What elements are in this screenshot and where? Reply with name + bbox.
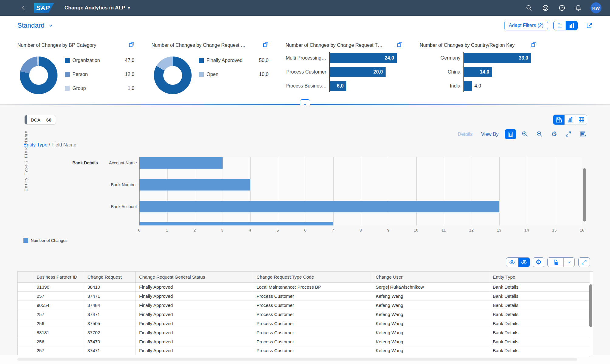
table-cell: Finally Approved — [135, 346, 253, 355]
chevron-down-icon — [567, 260, 572, 265]
column-header[interactable]: Change Request General Status — [135, 272, 253, 282]
open-in-new-icon[interactable] — [129, 42, 134, 49]
avatar[interactable]: KW — [591, 2, 601, 13]
donut-chart[interactable] — [20, 57, 57, 94]
screen: SAP Change Analytics in ALP ▾ ? KW St — [0, 0, 610, 364]
open-in-new-icon[interactable] — [397, 42, 403, 49]
column-header[interactable] — [18, 272, 33, 282]
adapt-filters-button[interactable]: Adapt Filters (2) — [504, 21, 548, 30]
row-selector-cell — [18, 346, 33, 355]
gridline — [333, 157, 334, 225]
zoom-in-icon[interactable] — [521, 130, 529, 138]
table-cell: Bank Details — [489, 282, 590, 291]
zoom-out-icon[interactable] — [536, 130, 543, 138]
chart-vertical-scrollbar[interactable] — [583, 168, 586, 221]
bar[interactable]: 20,0 — [329, 67, 386, 77]
column-chart-icon — [567, 116, 574, 123]
chart-view-button[interactable] — [566, 21, 577, 30]
chart-bar[interactable] — [140, 222, 333, 225]
bar-chart-sort-icon[interactable] — [579, 130, 587, 138]
open-in-new-icon[interactable] — [531, 42, 537, 49]
table-row[interactable]: 25637505Finally ApprovedProcess Customer… — [18, 319, 590, 328]
row-selector-cell — [18, 337, 33, 346]
table-horizontal-scrollbar[interactable] — [17, 358, 577, 361]
table-cell: Finally Approved — [135, 310, 253, 319]
search-icon[interactable] — [523, 2, 535, 14]
kpi-card-change-request-type: Number of Changes by Change Request T… M… — [286, 35, 403, 104]
bar[interactable]: 14,0 — [463, 67, 492, 77]
column-header[interactable]: Entity Type — [489, 272, 590, 282]
table-cell: Process Customer — [253, 337, 372, 346]
bar[interactable]: 6,0 — [329, 81, 346, 91]
variant-selector[interactable]: Standard — [17, 22, 54, 29]
copilot-icon[interactable] — [539, 2, 552, 14]
view-by-button[interactable]: View By — [481, 129, 499, 139]
column-header[interactable]: Change Request — [84, 272, 135, 282]
chart-only-view-button[interactable] — [564, 115, 576, 125]
column-header[interactable]: Change Request Type Code — [253, 272, 372, 282]
table-vertical-scrollbar[interactable] — [589, 284, 592, 327]
chart-bar[interactable] — [140, 201, 499, 212]
show-details-button[interactable] — [506, 258, 518, 267]
x-tick-label: 0 — [138, 228, 140, 232]
sap-logo[interactable]: SAP — [34, 3, 54, 13]
table-fullscreen-button[interactable] — [578, 257, 590, 267]
gridline — [223, 157, 223, 225]
export-menu-button[interactable] — [563, 258, 574, 267]
column-header[interactable]: Business Partner ID — [33, 272, 84, 282]
legend-label: Open — [206, 72, 259, 77]
table-cell: Kefeng Wang — [372, 310, 489, 319]
app-title[interactable]: Change Analytics in ALP ▾ — [64, 5, 130, 11]
filter-token-dca[interactable]: DCA 60 — [24, 115, 56, 125]
shell-bar: SAP Change Analytics in ALP ▾ ? KW — [0, 0, 610, 16]
chart-table-view-button[interactable] — [553, 115, 564, 125]
legend-item: Organization47,0 — [65, 58, 134, 63]
legend-toggle-button[interactable] — [505, 129, 516, 139]
legend-item: Person12,0 — [65, 72, 134, 77]
table-cell: Finally Approved — [135, 328, 253, 337]
table-row[interactable]: 25737471Finally ApprovedProcess Customer… — [18, 291, 590, 300]
x-tick-label: 16 — [580, 228, 584, 232]
donut-chart[interactable] — [154, 57, 192, 94]
back-icon[interactable] — [18, 2, 30, 14]
legend-item: Finally Approved50,0 — [199, 58, 269, 63]
column-header[interactable]: Change User — [372, 272, 489, 282]
export-button[interactable] — [548, 258, 563, 267]
table-cell: Bank Details — [489, 337, 590, 346]
table-row[interactable]: 25737471Finally ApprovedProcess Customer… — [18, 310, 590, 319]
legend-item: Open10,0 — [199, 72, 269, 77]
table-only-view-button[interactable] — [576, 115, 587, 125]
settings-gear-icon[interactable]: ⚙ — [550, 130, 558, 138]
table-row[interactable]: 25637470Finally ApprovedProcess Customer… — [18, 337, 590, 346]
table-row[interactable]: 8818137702Finally ApprovedProcess Custom… — [18, 328, 590, 337]
table-cell: 37471 — [84, 346, 135, 355]
chart-category-label: Account Name — [36, 160, 137, 166]
details-button[interactable]: Details — [458, 129, 473, 139]
bar[interactable]: 33,0 — [463, 53, 531, 63]
content-view-switch — [553, 115, 587, 125]
legend-item: Group1,0 — [65, 86, 134, 91]
open-in-new-icon[interactable] — [263, 42, 269, 49]
help-icon[interactable]: ? — [556, 2, 568, 14]
bar[interactable]: 24,0 — [329, 53, 397, 63]
bell-icon[interactable] — [572, 2, 584, 14]
x-tick-label: 4 — [249, 228, 251, 232]
x-tick-label: 15 — [552, 228, 556, 232]
analytics-content: DCA 60 Details View By — [0, 105, 610, 364]
table-cell: 37484 — [84, 300, 135, 310]
bar-value: 24,0 — [385, 53, 394, 63]
table-row[interactable]: 25737471Finally ApprovedProcess Customer… — [18, 346, 590, 355]
chart-bar[interactable] — [140, 157, 223, 169]
hide-details-button[interactable] — [518, 258, 530, 267]
table-row[interactable]: 9055437484Finally ApprovedProcess Custom… — [18, 300, 590, 310]
table-row[interactable]: 9139638410Finally ApprovedLocal Maintena… — [18, 282, 590, 291]
bar-category-label: Process Customer — [286, 69, 326, 75]
chart-bar[interactable] — [140, 179, 250, 191]
bar[interactable] — [463, 81, 472, 91]
table-settings-button[interactable]: ⚙ — [533, 257, 544, 267]
share-icon[interactable] — [583, 19, 595, 32]
legend-color-swatch — [65, 86, 70, 91]
filter-bar-view-button[interactable] — [554, 21, 566, 30]
fullscreen-icon[interactable] — [565, 130, 572, 138]
gridline — [278, 157, 278, 225]
